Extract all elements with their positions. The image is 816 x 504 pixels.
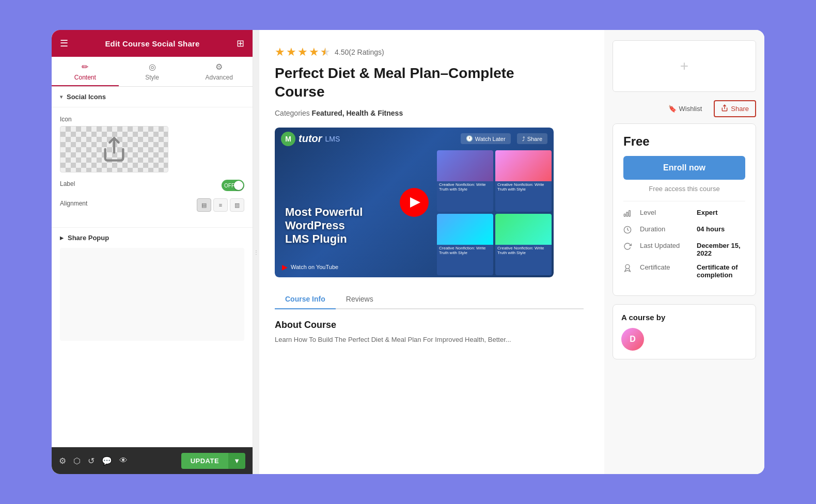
video-right-panel: Creative Nonfiction: Write Truth with St… [435,148,554,277]
bookmark-icon: 🔖 [668,105,677,113]
update-dropdown-button[interactable]: ▼ [228,453,245,469]
update-button[interactable]: UPDATE [181,453,228,469]
grid-icon[interactable]: ⊞ [237,38,244,49]
label-toggle[interactable]: OFF [222,180,244,191]
video-thumbnail[interactable]: M tutor LMS 🕐 Watch Later ⤴ Share [275,128,554,277]
thumb-title-3: Creative Nonfiction: Write Truth with St… [437,245,493,256]
tab-style-label: Style [145,74,159,81]
watch-later-button[interactable]: 🕐 Watch Later [461,133,511,144]
video-title: Most Powerful WordPress LMS Plugin [285,206,363,246]
align-right-button[interactable]: ▥ [230,198,244,212]
icon-field: Icon [60,116,244,172]
star-rating: ★ ★ ★ ★ ★★ [275,45,331,59]
share-popup-content-area [60,248,244,341]
star-5-half: ★★ [320,45,331,59]
watch-on-youtube-text: Watch on YouTube [291,264,338,270]
main-card: ☰ Edit Course Social Share ⊞ ✏ Content ◎… [52,30,764,474]
star-2: ★ [286,45,296,59]
label-field-label: Label [60,180,75,187]
video-share-label: Share [527,136,542,142]
eye-icon[interactable]: 👁 [119,456,128,465]
author-row: D [621,328,747,351]
layers-icon[interactable]: ⬡ [73,456,81,466]
about-section: About Course Learn How To Build The Perf… [275,320,584,345]
about-heading: About Course [275,320,584,330]
alignment-buttons: ▤ ≡ ▥ [197,198,244,212]
video-logo: M tutor LMS [281,132,340,146]
resize-handle[interactable]: ⋮ [253,30,259,474]
star-4: ★ [309,45,319,59]
star-3: ★ [297,45,308,59]
tab-content-label: Content [74,74,96,81]
enrollment-card: Free Enroll now Free access this course … [613,123,756,296]
duration-icon [623,226,635,235]
placeholder-box: + [613,40,756,92]
thumb-img-1 [437,150,493,181]
author-card: A course by D [613,304,756,359]
categories-label: Categories [275,109,310,117]
social-icons-label: Social Icons [67,93,106,101]
tab-advanced[interactable]: ⚙ Advanced [185,57,253,86]
thumb-card-1: Creative Nonfiction: Write Truth with St… [437,150,493,212]
social-icons-section-header[interactable]: ▾ Social Icons [52,87,253,107]
right-sidebar: + 🔖 Wishlist Share Free [604,30,764,474]
thumb-img-4 [495,214,552,245]
align-center-icon: ≡ [219,202,222,208]
video-container: M tutor LMS 🕐 Watch Later ⤴ Share [275,128,554,277]
tab-reviews[interactable]: Reviews [336,290,384,309]
share-icon [101,136,128,163]
circle-icon: ◎ [149,62,156,72]
author-avatar: D [621,328,644,351]
level-key: Level [640,209,692,216]
video-share-button[interactable]: ⤴ Share [517,133,547,144]
duration-key: Duration [640,225,692,233]
align-center-button[interactable]: ≡ [213,198,228,212]
chevron-down-icon: ▾ [60,94,62,100]
alignment-row: Alignment ▤ ≡ ▥ [60,198,244,212]
chat-icon[interactable]: 💬 [102,456,112,466]
logo-icon: M [281,132,295,146]
main-content: ★ ★ ★ ★ ★★ 4.50(2 Ratings) Perfect Diet … [259,30,604,474]
meta-last-updated: Last Updated December 15, 2022 [623,242,745,257]
tab-style[interactable]: ◎ Style [119,57,186,86]
svg-point-6 [625,264,630,269]
author-card-title: A course by [621,313,747,322]
share-button[interactable]: Share [714,100,756,117]
icon-preview[interactable] [60,126,168,172]
thumb-img-3 [437,214,493,245]
enroll-button[interactable]: Enroll now [623,156,745,180]
last-updated-value: December 15, 2022 [697,242,745,257]
share-popup-header[interactable]: ▸ Share Popup [52,228,253,248]
alignment-label: Alignment [60,200,87,207]
youtube-icon: ▶ [282,263,288,271]
align-left-button[interactable]: ▤ [197,198,211,212]
svg-rect-3 [626,212,628,216]
video-main-text: Most Powerful WordPress LMS Plugin [285,206,363,246]
wishlist-button[interactable]: 🔖 Wishlist [662,101,709,116]
last-updated-key: Last Updated [640,242,692,249]
certificate-key: Certificate [640,263,692,271]
wishlist-label: Wishlist [679,105,702,113]
thumb-card-4: Creative Nonfiction: Write Truth with St… [495,214,552,275]
clock-icon: 🕐 [466,135,473,142]
hamburger-icon[interactable]: ☰ [60,38,68,49]
share-label: Share [731,105,749,113]
logo-tutor: tutor [299,133,322,145]
tab-content[interactable]: ✏ Content [52,57,119,86]
history-icon[interactable]: ↺ [88,456,95,466]
toolbar-icons: ⚙ ⬡ ↺ 💬 👁 [59,456,128,466]
social-icons-content: Icon Label OFF [52,107,253,227]
play-button[interactable] [400,188,429,217]
level-value: Expert [697,209,717,216]
meta-certificate: Certificate Certificate of completion [623,263,745,279]
certificate-icon [623,264,635,274]
settings-icon[interactable]: ⚙ [59,456,66,466]
certificate-value: Certificate of completion [697,263,745,279]
video-top-right: 🕐 Watch Later ⤴ Share [461,133,547,144]
tab-course-info[interactable]: Course Info [275,290,336,309]
thumb-img-2 [495,150,552,181]
bottom-toolbar: ⚙ ⬡ ↺ 💬 👁 UPDATE ▼ [52,447,253,474]
share-action-icon [721,104,728,113]
update-icon [623,242,635,252]
icon-field-label: Icon [60,116,244,123]
